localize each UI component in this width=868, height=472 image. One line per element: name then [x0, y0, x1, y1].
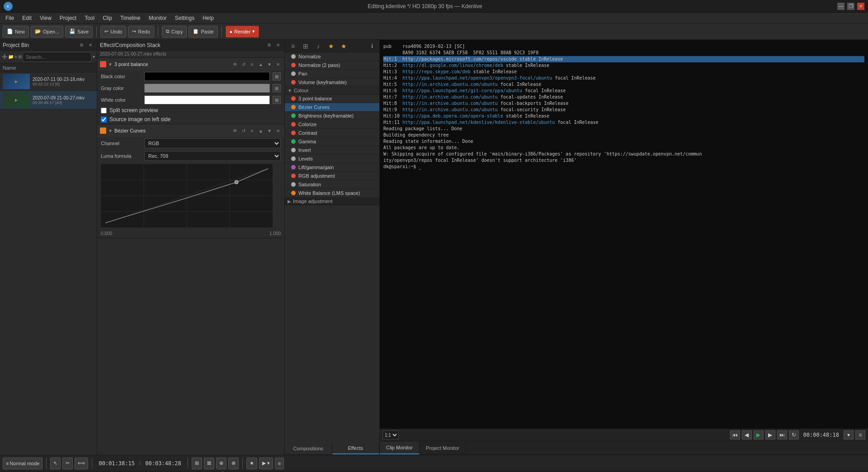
timeline-snap-button[interactable]: ⊞ [192, 458, 202, 469]
timeline-spacer-tool[interactable]: ⟺ [75, 458, 88, 469]
effects-audio-icon[interactable]: ♪ [313, 41, 324, 52]
bezier-delete-icon[interactable]: ✕ [274, 127, 282, 134]
bin-options-icon[interactable]: ▾ [92, 53, 95, 61]
effects-item-saturation[interactable]: Saturation [285, 180, 379, 189]
maximize-button[interactable]: ❐ [847, 3, 854, 10]
minimize-button[interactable]: — [837, 3, 844, 10]
effects-item-contrast[interactable]: Contrast [285, 129, 379, 137]
monitor-go-start-icon[interactable]: ⏮ [730, 430, 740, 439]
menu-help[interactable]: Help [199, 14, 217, 22]
menu-monitor[interactable]: Monitor [145, 14, 170, 22]
search-input[interactable] [23, 52, 91, 62]
effects-item-volume[interactable]: Volume (keyframable) [285, 78, 379, 87]
bezier-reset-icon[interactable]: ↺ [240, 127, 247, 134]
effect-down-icon[interactable]: ▼ [266, 61, 273, 68]
effects-item-bezier[interactable]: Bézier Curves [285, 103, 379, 112]
menu-clip[interactable]: Clip [99, 14, 116, 22]
effects-item-brightness[interactable]: Brightness (keyframable) [285, 112, 379, 120]
bezier-menu-icon[interactable]: ≡ [249, 127, 256, 134]
bezier-down-icon[interactable]: ▼ [266, 127, 273, 134]
effect-panel-settings-icon[interactable]: ⚙ [265, 42, 273, 49]
effects-item-3pointbalance[interactable]: 3 point balance [285, 94, 379, 103]
effects-category-colour[interactable]: ▼ Colour [285, 87, 379, 94]
menu-settings[interactable]: Settings [171, 14, 198, 22]
timeline-overwrite-button[interactable]: ⊗ [228, 458, 239, 469]
effects-category-imageadj[interactable]: ▶ Image adjustment [285, 198, 379, 205]
monitor-loop-icon[interactable]: ↻ [789, 430, 799, 439]
menu-file[interactable]: File [2, 14, 18, 22]
bezier-up-icon[interactable]: ▲ [257, 127, 264, 134]
undo-button[interactable]: ↩ Undo [100, 26, 126, 38]
bin-folder-icon[interactable]: 📁 [8, 53, 14, 61]
monitor-prev-frame-icon[interactable]: ◀ [742, 430, 752, 439]
effects-item-pan[interactable]: Pan [285, 70, 379, 78]
effect-reset-icon[interactable]: ↺ [240, 61, 247, 68]
tab-clip-monitor[interactable]: Clip Monitor [380, 442, 420, 454]
effects-item-normalize[interactable]: Normalize [285, 52, 379, 61]
bin-filter-icon[interactable]: ⊞ [18, 53, 22, 61]
timeline-select-tool[interactable]: ↖ [50, 458, 61, 469]
white-color-picker-button[interactable]: ⊞ [273, 96, 281, 104]
monitor-zoom-select[interactable]: 1:11:22:1 [382, 430, 399, 439]
monitor-play-icon[interactable]: ▶ [754, 430, 764, 439]
effect-menu-icon[interactable]: ≡ [249, 61, 256, 68]
timeline-options-button[interactable]: ≡ [275, 458, 284, 469]
effects-info-icon[interactable]: ℹ [368, 42, 377, 51]
open-button[interactable]: 📂 Open... [31, 26, 63, 38]
split-preview-checkbox[interactable] [101, 108, 107, 113]
timeline-mode-select[interactable]: ≡ Normal mode [3, 458, 42, 469]
effects-item-invert[interactable]: Invert [285, 146, 379, 155]
timeline-cut-tool[interactable]: ✂ [62, 458, 73, 469]
effects-item-normalize2pass[interactable]: Normalize (2 pass) [285, 61, 379, 70]
effect-up-icon[interactable]: ▲ [257, 61, 264, 68]
timeline-razor-button[interactable]: ⊠ [204, 458, 214, 469]
channel-select[interactable]: RGBRGB [144, 138, 281, 148]
copy-button[interactable]: ⧉ Copy [162, 26, 187, 38]
bin-add-icon[interactable]: ➕ [2, 53, 7, 61]
menu-edit[interactable]: Edit [19, 14, 35, 22]
redo-button[interactable]: ↪ Redo [128, 26, 154, 38]
effect-panel-close-icon[interactable]: ✕ [274, 42, 282, 49]
tab-compositions[interactable]: Compositions [285, 443, 332, 454]
tab-effects[interactable]: Effects [332, 443, 380, 454]
black-color-picker-button[interactable]: ⊞ [273, 72, 281, 80]
effects-item-rgbadj[interactable]: RGB adjustment [285, 172, 379, 180]
timeline-insert-button[interactable]: ⊕ [216, 458, 226, 469]
save-button[interactable]: 💾 Save [65, 26, 93, 38]
bezier-expand-icon[interactable]: ▼ [108, 128, 113, 133]
effects-item-colorize[interactable]: Colorize [285, 120, 379, 129]
effects-grid-icon[interactable]: ⊞ [300, 41, 311, 52]
menu-project[interactable]: Project [56, 14, 80, 22]
bin-list-icon[interactable]: ≡ [14, 53, 17, 61]
effects-item-liftgammagain[interactable]: Lift/gamma/gain [285, 163, 379, 172]
bin-item[interactable]: ▶ 2020-07-09 21-00-27.mkv 00:30:46:17 [4… [0, 91, 97, 109]
bezier-curve-canvas[interactable] [101, 164, 273, 227]
paste-button[interactable]: 📋 Paste [189, 26, 217, 38]
menu-timeline[interactable]: Timeline [117, 14, 144, 22]
effects-list-icon[interactable]: ≡ [288, 41, 298, 52]
bin-item[interactable]: ▶ 2020-07-11 00-23-18.mkv 00:02:12:13 [6… [0, 72, 97, 91]
effect-expand-icon[interactable]: ▼ [108, 62, 113, 67]
timeline-bookmark-button[interactable]: ★ [246, 458, 257, 469]
timeline-playback-button[interactable]: ▶ ▾ [259, 458, 273, 469]
menu-tool[interactable]: Tool [81, 14, 98, 22]
effects-item-levels[interactable]: Levels [285, 155, 379, 163]
gray-color-picker-button[interactable]: ⊞ [273, 84, 281, 92]
close-button[interactable]: ✕ [857, 3, 864, 10]
effect-delete-icon[interactable]: ✕ [274, 61, 282, 68]
effect-eye-icon[interactable]: 👁 [231, 61, 239, 68]
monitor-settings-icon[interactable]: ▾ [844, 430, 854, 439]
menu-view[interactable]: View [36, 14, 55, 22]
project-bin-close-icon[interactable]: ✕ [87, 42, 94, 49]
luma-select[interactable]: Rec. 709Rec. 601 [144, 151, 281, 161]
effects-star2-icon[interactable]: ★ [338, 41, 349, 52]
render-button[interactable]: ● Render ▾ [226, 26, 259, 38]
effects-item-whitebalance[interactable]: White Balance (LMS space) [285, 189, 379, 198]
source-left-checkbox[interactable] [101, 117, 107, 123]
effects-star-icon[interactable]: ★ [326, 41, 336, 52]
bezier-eye-icon[interactable]: 👁 [231, 127, 239, 134]
new-button[interactable]: 📄 New [3, 26, 29, 38]
project-bin-menu-icon[interactable]: ⚙ [78, 42, 85, 49]
effects-item-gamma[interactable]: Gamma [285, 137, 379, 146]
monitor-menu-icon[interactable]: ≡ [855, 430, 865, 439]
